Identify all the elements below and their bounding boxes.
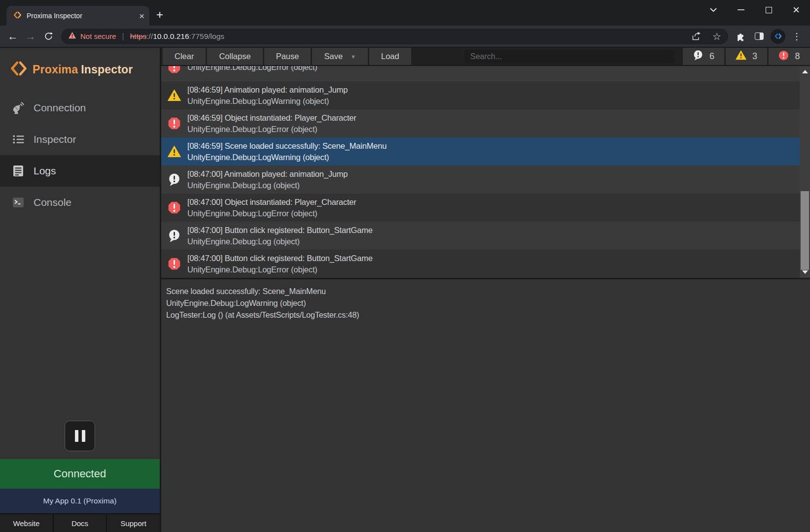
reload-button[interactable]	[39, 28, 57, 45]
log-message: [08:46:59] Object instantiated: Player_C…	[187, 112, 356, 124]
app-title: ProximaInspector	[33, 63, 133, 76]
log-message: [08:47:00] Button click registered: Butt…	[187, 225, 373, 236]
sidebar-item-console[interactable]: Console	[0, 187, 160, 218]
sidebar-item-connection[interactable]: Connection	[0, 92, 160, 124]
pause-stream-button[interactable]	[65, 421, 95, 451]
log-stack: UnityEngine.Debug:Log (object)	[187, 180, 348, 191]
pill-divider: |	[122, 32, 124, 41]
log-row[interactable]: UnityEngine.Debug:LogError (object)	[161, 66, 800, 81]
scrollbar-thumb[interactable]	[801, 191, 809, 270]
document-icon	[11, 164, 26, 178]
log-row[interactable]: [08:46:59] Animation played: animation_J…	[161, 81, 800, 109]
info-bubble-icon	[693, 50, 704, 63]
share-icon[interactable]	[688, 29, 704, 44]
tab-search-chevron-icon[interactable]	[700, 0, 727, 20]
proxima-logo: ProximaInspector	[10, 60, 160, 79]
window-close-button[interactable]: ×	[782, 0, 810, 20]
proxima-extension-icon[interactable]	[769, 28, 787, 45]
info-count: 6	[709, 51, 714, 62]
scroll-down-arrow-icon[interactable]	[802, 270, 808, 274]
warning-triangle-icon	[168, 145, 181, 158]
sidebar-item-label: Console	[34, 197, 71, 208]
new-tab-button[interactable]: +	[156, 8, 163, 22]
window-maximize-button[interactable]	[755, 0, 782, 20]
detail-message: Scene loaded successfully: Scene_MainMen…	[166, 285, 810, 297]
log-stack: UnityEngine.Debug:Log (object)	[187, 236, 373, 247]
support-link[interactable]: Support	[106, 514, 160, 532]
warning-count: 3	[752, 51, 757, 62]
not-secure-label: Not secure	[80, 32, 116, 40]
tab-close-icon[interactable]: ×	[139, 11, 144, 21]
docs-link[interactable]: Docs	[53, 514, 106, 532]
scroll-up-arrow-icon[interactable]	[802, 70, 808, 73]
log-scrollbar[interactable]	[800, 66, 810, 278]
terminal-icon	[11, 196, 26, 209]
log-row[interactable]: [08:46:59] Object instantiated: Player_C…	[161, 109, 800, 137]
extensions-puzzle-icon[interactable]	[731, 28, 750, 45]
page-url: https://10.0.0.216:7759/logs	[130, 32, 224, 41]
error-octagon-icon	[168, 117, 181, 130]
sidebar: ProximaInspector Connection Inspector Lo…	[0, 48, 160, 532]
warning-filter-button[interactable]: 3	[726, 48, 767, 65]
detail-stack-line: LogTester:Log () (at Assets/TestScripts/…	[166, 309, 810, 321]
proxima-logo-icon	[10, 60, 28, 79]
log-message: [08:47:00] Object instantiated: Player_C…	[187, 197, 356, 208]
log-detail-panel: Scene loaded successfully: Scene_MainMen…	[161, 278, 810, 532]
info-bubble-icon	[168, 229, 181, 242]
error-octagon-icon	[168, 201, 181, 214]
sidebar-item-logs[interactable]: Logs	[0, 155, 160, 187]
log-row[interactable]: [08:47:00] Object instantiated: Player_C…	[161, 194, 800, 222]
error-octagon-icon	[168, 257, 181, 270]
url-field[interactable]: Not secure | https://10.0.0.216:7759/log…	[61, 29, 728, 44]
log-row[interactable]: [08:47:00] Button click registered: Butt…	[161, 250, 800, 278]
log-row[interactable]: [08:46:59] Scene loaded successfully: Sc…	[161, 137, 800, 166]
error-octagon-icon	[778, 50, 789, 63]
log-row[interactable]: [08:47:00] Button click registered: Butt…	[161, 222, 800, 250]
pause-button[interactable]: Pause	[264, 48, 311, 65]
app-info-badge: My App 0.1 (Proxima)	[0, 489, 160, 513]
detail-stack-line: UnityEngine.Debug:LogWarning (object)	[166, 297, 810, 309]
error-filter-button[interactable]: 8	[769, 48, 810, 65]
sidebar-item-label: Connection	[34, 102, 86, 114]
log-message: [08:46:59] Animation played: animation_J…	[187, 84, 348, 96]
browser-address-bar: ← → Not secure | https://10.0.0.216:7759…	[0, 26, 810, 47]
log-message: [08:46:59] Scene loaded successfully: Sc…	[187, 140, 387, 152]
info-bubble-icon	[168, 173, 181, 186]
list-icon	[11, 133, 26, 146]
window-minimize-button[interactable]	[727, 0, 755, 20]
error-octagon-icon	[168, 66, 181, 74]
log-stack: UnityEngine.Debug:LogWarning (object)	[187, 96, 348, 107]
sidebar-item-inspector[interactable]: Inspector	[0, 124, 160, 155]
side-panel-icon[interactable]	[750, 28, 769, 45]
bookmark-star-icon[interactable]: ☆	[708, 29, 725, 44]
warning-triangle-icon	[736, 50, 746, 63]
log-stack: UnityEngine.Debug:LogError (object)	[187, 264, 373, 275]
forward-button[interactable]: →	[22, 28, 39, 45]
browser-tab[interactable]: Proxima Inspector ×	[6, 6, 149, 26]
logs-toolbar: Clear Collapse Pause Save▼ Load 6 3	[161, 48, 810, 66]
browser-tab-bar: Proxima Inspector × + ×	[0, 0, 810, 26]
back-button[interactable]: ←	[4, 28, 22, 45]
collapse-button[interactable]: Collapse	[207, 48, 262, 65]
satellite-icon	[11, 101, 26, 115]
load-button[interactable]: Load	[369, 48, 411, 65]
log-list: UnityEngine.Debug:LogError (object) [08:…	[161, 66, 810, 278]
website-link[interactable]: Website	[0, 514, 53, 532]
sidebar-item-label: Inspector	[34, 133, 76, 145]
save-dropdown-caret-icon[interactable]: ▼	[351, 54, 356, 60]
warning-triangle-icon	[168, 89, 181, 101]
not-secure-warning-icon	[68, 32, 76, 41]
log-stack: UnityEngine.Debug:LogError (object)	[187, 124, 356, 135]
log-message: [08:47:00] Button click registered: Butt…	[187, 253, 373, 264]
search-input[interactable]	[464, 50, 674, 64]
sidebar-item-label: Logs	[34, 165, 56, 177]
log-row[interactable]: [08:47:00] Animation played: animation_J…	[161, 166, 800, 194]
info-filter-button[interactable]: 6	[683, 48, 724, 65]
pause-icon	[75, 430, 78, 442]
clear-button[interactable]: Clear	[163, 48, 206, 65]
browser-menu-icon[interactable]: ⋮	[787, 28, 806, 45]
save-button[interactable]: Save▼	[312, 48, 368, 65]
error-count: 8	[795, 51, 800, 62]
log-message: [08:47:00] Animation played: animation_J…	[187, 168, 348, 180]
log-stack: UnityEngine.Debug:LogError (object)	[187, 66, 317, 73]
